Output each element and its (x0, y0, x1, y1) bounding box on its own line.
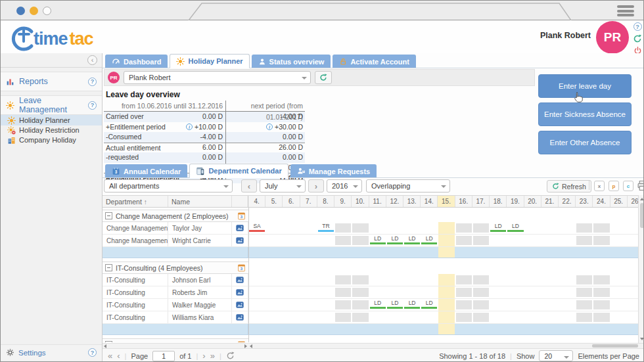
help-icon[interactable]: ? (88, 78, 97, 86)
day-cell[interactable] (352, 247, 369, 258)
year-select[interactable]: 2016 (327, 179, 362, 192)
page-size-select[interactable]: 20 (539, 350, 573, 361)
day-cell[interactable] (403, 311, 421, 323)
window-button-blue[interactable] (16, 7, 25, 15)
day-cell[interactable]: LD (403, 299, 421, 311)
day-header[interactable]: 7. (300, 196, 317, 207)
day-header[interactable]: 4. (248, 196, 265, 207)
day-cell[interactable] (300, 299, 317, 311)
day-cell[interactable] (559, 222, 576, 234)
tab-manage-requests[interactable]: 1Manage Requests (290, 164, 377, 177)
day-cell[interactable] (559, 311, 576, 323)
day-cell[interactable]: LD (421, 235, 438, 246)
absence-mark-ld[interactable]: LD (404, 300, 420, 309)
day-cell[interactable] (248, 311, 265, 323)
employee-row[interactable]: IT-ConsultingWalker MaggieLDLDLDLD (103, 299, 644, 311)
absence-mark-ld[interactable]: LD (387, 235, 403, 244)
day-header[interactable]: 14. (421, 196, 438, 207)
absence-mark-ld[interactable]: LD (421, 235, 437, 244)
day-cell[interactable] (283, 286, 300, 298)
employee-row[interactable]: Change ManagementWright CarrieLDLDLDLD (103, 235, 644, 247)
vertical-scrollbar[interactable] (638, 195, 644, 343)
day-cell[interactable] (403, 222, 421, 234)
day-cell[interactable] (438, 299, 455, 311)
day-cell[interactable] (265, 286, 283, 298)
csv-export-icon[interactable]: c (623, 181, 633, 191)
day-cell[interactable] (472, 324, 490, 334)
day-cell[interactable] (472, 274, 490, 286)
day-cell[interactable] (455, 247, 472, 258)
day-cell[interactable]: SA (248, 222, 265, 234)
day-cell[interactable]: LD (369, 235, 386, 246)
day-cell[interactable] (265, 311, 283, 323)
day-cell[interactable] (472, 247, 490, 258)
column-header-department[interactable]: Department↑ (103, 196, 168, 207)
help-icon[interactable]: ? (88, 348, 97, 357)
employee-calendar-cell[interactable] (232, 299, 248, 311)
month-select[interactable]: July (260, 179, 306, 192)
day-cell[interactable] (352, 311, 369, 323)
day-header[interactable]: 19. (507, 196, 524, 207)
last-page-icon[interactable]: » (210, 351, 215, 360)
collapse-group-icon[interactable] (105, 341, 112, 342)
page-number-input[interactable] (152, 351, 175, 361)
absence-mark-ld[interactable]: LD (507, 223, 523, 232)
day-cell[interactable] (369, 324, 386, 334)
day-cell[interactable] (559, 247, 576, 258)
day-cell[interactable] (576, 311, 593, 323)
day-cell[interactable] (283, 324, 300, 334)
day-cell[interactable] (541, 311, 559, 323)
day-cell[interactable] (490, 247, 507, 258)
day-cell[interactable] (334, 324, 352, 334)
day-cell[interactable] (334, 235, 352, 246)
day-cell[interactable] (334, 311, 352, 323)
day-cell[interactable] (490, 324, 507, 334)
day-cell[interactable] (524, 324, 541, 334)
day-cell[interactable] (300, 247, 317, 258)
day-cell[interactable] (334, 274, 352, 286)
day-cell[interactable] (352, 235, 369, 246)
employee-calendar-cell[interactable] (232, 274, 248, 286)
day-cell[interactable] (576, 274, 593, 286)
day-cell[interactable] (524, 274, 541, 286)
day-cell[interactable] (610, 324, 628, 334)
day-cell[interactable] (559, 299, 576, 311)
day-header[interactable]: 8. (317, 196, 334, 207)
department-summary-row[interactable] (103, 247, 644, 258)
collapse-group-icon[interactable] (105, 212, 112, 219)
day-cell[interactable] (610, 286, 628, 298)
day-cell[interactable] (317, 247, 334, 258)
department-filter-select[interactable]: All departments (104, 179, 233, 192)
tab-department-calendar[interactable]: Department Calendar (189, 164, 288, 178)
day-cell[interactable] (317, 324, 334, 334)
day-cell[interactable] (352, 222, 369, 234)
day-cell[interactable] (300, 235, 317, 246)
day-cell[interactable] (576, 324, 593, 334)
day-cell[interactable] (559, 235, 576, 246)
day-cell[interactable] (593, 222, 610, 234)
day-cell[interactable] (248, 286, 265, 298)
department-group-row[interactable]: Marketing + PR (3 Employees)3 (103, 338, 644, 342)
day-cell[interactable] (386, 311, 403, 323)
day-cell[interactable] (593, 235, 610, 246)
day-cell[interactable] (524, 222, 541, 234)
day-cell[interactable] (593, 324, 610, 334)
day-cell[interactable] (403, 247, 421, 258)
day-cell[interactable] (524, 235, 541, 246)
first-page-icon[interactable]: « (108, 351, 112, 360)
day-cell[interactable] (369, 222, 386, 234)
enter-leave-day-button[interactable]: Enter leave day (538, 74, 632, 98)
day-cell[interactable] (352, 299, 369, 311)
day-header[interactable]: 25. (610, 196, 628, 207)
absence-mark-ld[interactable]: LD (421, 300, 437, 309)
day-cell[interactable] (300, 274, 317, 286)
day-cell[interactable] (352, 286, 369, 298)
day-cell[interactable] (283, 311, 300, 323)
day-cell[interactable] (283, 274, 300, 286)
day-cell[interactable] (300, 324, 317, 334)
day-cell[interactable] (507, 247, 524, 258)
help-icon[interactable]: ? (633, 22, 642, 31)
day-cell[interactable] (283, 247, 300, 258)
day-cell[interactable] (248, 324, 265, 334)
day-cell[interactable] (455, 324, 472, 334)
